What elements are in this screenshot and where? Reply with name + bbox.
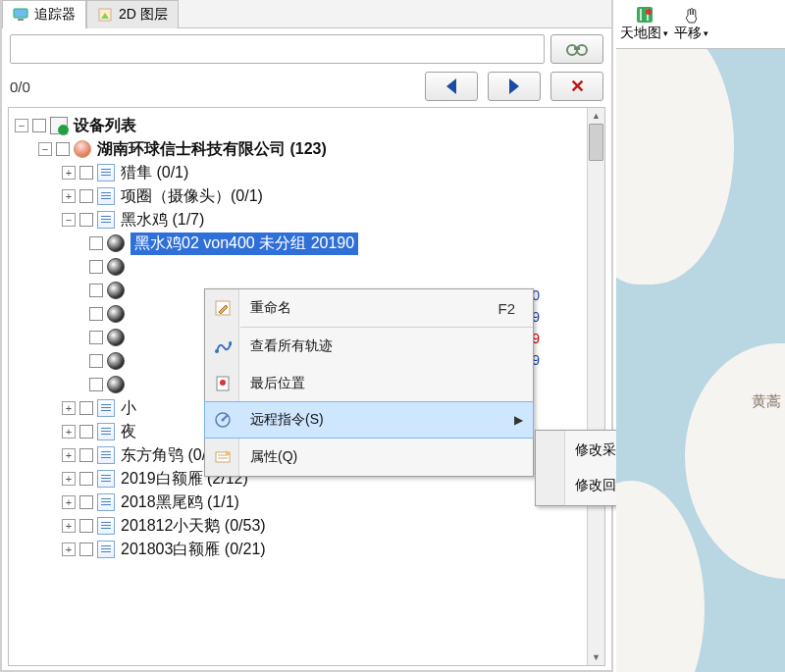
checkbox[interactable] bbox=[79, 448, 93, 462]
svg-rect-14 bbox=[637, 7, 653, 23]
tree-root[interactable]: − 设备列表 bbox=[13, 114, 604, 137]
expander-icon[interactable]: + bbox=[62, 543, 76, 556]
checkbox[interactable] bbox=[79, 166, 93, 180]
device-icon bbox=[107, 282, 125, 299]
checkbox[interactable] bbox=[89, 260, 103, 274]
position-icon bbox=[213, 374, 233, 393]
device-icon bbox=[107, 329, 125, 346]
svg-rect-5 bbox=[574, 47, 580, 50]
menu-view-tracks[interactable]: 查看所有轨迹 bbox=[205, 328, 533, 365]
map-canvas[interactable]: 黄蒿 bbox=[616, 49, 785, 672]
checkbox[interactable] bbox=[79, 213, 93, 227]
checkbox[interactable] bbox=[89, 236, 103, 250]
checkbox[interactable] bbox=[79, 401, 93, 415]
tab-label: 2D 图层 bbox=[119, 6, 168, 24]
checkbox[interactable] bbox=[79, 189, 93, 203]
list-icon bbox=[97, 541, 115, 558]
tree-label: 夜 bbox=[121, 422, 136, 442]
tree-group[interactable]: +2018黑尾鸥 (1/1) bbox=[13, 491, 604, 514]
checkbox[interactable] bbox=[89, 331, 103, 344]
checkbox[interactable] bbox=[56, 142, 70, 156]
checkbox[interactable] bbox=[89, 378, 103, 391]
tree-label: 黑水鸡02 von400 未分组 20190 bbox=[131, 233, 358, 255]
org-icon bbox=[74, 140, 91, 158]
expander-icon[interactable]: − bbox=[38, 142, 52, 156]
expander-icon[interactable]: + bbox=[62, 189, 76, 203]
svg-point-8 bbox=[229, 341, 232, 345]
scroll-down-icon[interactable]: ▼ bbox=[588, 649, 604, 665]
checkbox[interactable] bbox=[89, 307, 103, 321]
device-icon bbox=[107, 305, 125, 323]
menu-label: 属性(Q) bbox=[250, 448, 297, 466]
scroll-thumb[interactable] bbox=[589, 124, 603, 161]
tree-label: 201803白额雁 (0/21) bbox=[121, 540, 266, 560]
expander-icon[interactable]: − bbox=[15, 119, 28, 132]
search-input[interactable] bbox=[10, 34, 545, 64]
basemap-selector[interactable]: 天地图▾ bbox=[620, 6, 668, 42]
remote-icon bbox=[213, 410, 233, 430]
tab-2d-layer[interactable]: 2D 图层 bbox=[86, 0, 179, 28]
checkbox[interactable] bbox=[32, 119, 46, 132]
tree-label: 猎隼 (0/1) bbox=[121, 163, 188, 183]
checkbox[interactable] bbox=[79, 519, 93, 533]
properties-icon bbox=[213, 447, 233, 467]
next-button[interactable] bbox=[488, 72, 541, 101]
tree-group[interactable]: + 猎隼 (0/1) bbox=[13, 161, 604, 184]
expander-icon[interactable]: + bbox=[62, 472, 76, 486]
tree-device[interactable] bbox=[13, 255, 604, 279]
prev-button[interactable] bbox=[425, 72, 478, 101]
expander-icon[interactable]: + bbox=[62, 495, 76, 509]
tree-org[interactable]: − 湖南环球信士科技有限公司 (123) bbox=[13, 137, 604, 161]
map-icon bbox=[636, 6, 654, 24]
checkbox[interactable] bbox=[79, 543, 93, 556]
expander-icon[interactable]: + bbox=[62, 425, 76, 439]
list-icon bbox=[97, 187, 115, 205]
expander-icon[interactable]: + bbox=[62, 401, 76, 415]
context-menu: 重命名 F2 查看所有轨迹 最后位置 远程指令(S) ▶ 属性(Q) bbox=[204, 288, 534, 477]
menu-rename[interactable]: 重命名 F2 bbox=[205, 289, 533, 327]
svg-point-10 bbox=[220, 380, 226, 386]
tree-scrollbar[interactable]: ▲ ▼ bbox=[587, 108, 604, 665]
binoculars-icon bbox=[566, 41, 588, 57]
chevron-right-icon: ▶ bbox=[514, 413, 523, 427]
tool-label: 平移 bbox=[674, 25, 702, 42]
device-icon bbox=[107, 352, 125, 370]
tab-tracker[interactable]: 追踪器 bbox=[2, 0, 86, 28]
menu-last-position[interactable]: 最后位置 bbox=[205, 365, 533, 402]
scroll-up-icon[interactable]: ▲ bbox=[588, 108, 604, 124]
search-button[interactable] bbox=[550, 34, 603, 64]
expander-icon[interactable]: − bbox=[62, 213, 76, 227]
checkbox[interactable] bbox=[79, 472, 93, 486]
rename-icon bbox=[213, 298, 233, 318]
tree-label: 湖南环球信士科技有限公司 (123) bbox=[97, 139, 327, 160]
tree-group[interactable]: + 项圈（摄像头）(0/1) bbox=[13, 184, 604, 208]
close-icon: ✕ bbox=[570, 76, 585, 97]
tab-label: 追踪器 bbox=[34, 6, 76, 24]
checkbox[interactable] bbox=[89, 354, 103, 368]
menu-label: 重命名 bbox=[250, 299, 291, 317]
svg-rect-0 bbox=[14, 9, 27, 18]
svg-point-15 bbox=[646, 9, 652, 15]
list-icon bbox=[97, 446, 115, 464]
monitor-icon bbox=[13, 7, 28, 23]
device-list-icon bbox=[50, 117, 68, 134]
tree-device[interactable]: 黑水鸡02 von400 未分组 20190 bbox=[13, 232, 604, 255]
expander-icon[interactable]: + bbox=[62, 448, 76, 462]
tree-group[interactable]: − 黑水鸡 (1/7) bbox=[13, 208, 604, 232]
tab-bar: 追踪器 2D 图层 bbox=[2, 0, 611, 28]
checkbox[interactable] bbox=[79, 425, 93, 439]
menu-remote-command[interactable]: 远程指令(S) ▶ bbox=[204, 401, 534, 439]
svg-rect-1 bbox=[18, 19, 24, 21]
menu-properties[interactable]: 属性(Q) bbox=[205, 439, 533, 476]
clear-button[interactable]: ✕ bbox=[550, 72, 603, 101]
chevron-down-icon: ▾ bbox=[704, 28, 708, 38]
tree-group[interactable]: +201812小天鹅 (0/53) bbox=[13, 514, 604, 538]
tree-group[interactable]: +201803白额雁 (0/21) bbox=[13, 538, 604, 561]
expander-icon[interactable]: + bbox=[62, 519, 76, 533]
result-counter: 0/0 bbox=[10, 78, 30, 95]
pan-tool[interactable]: 平移▾ bbox=[674, 6, 708, 42]
triangle-left-icon bbox=[446, 78, 456, 94]
checkbox[interactable] bbox=[89, 284, 103, 297]
expander-icon[interactable]: + bbox=[62, 166, 76, 180]
checkbox[interactable] bbox=[79, 495, 93, 509]
